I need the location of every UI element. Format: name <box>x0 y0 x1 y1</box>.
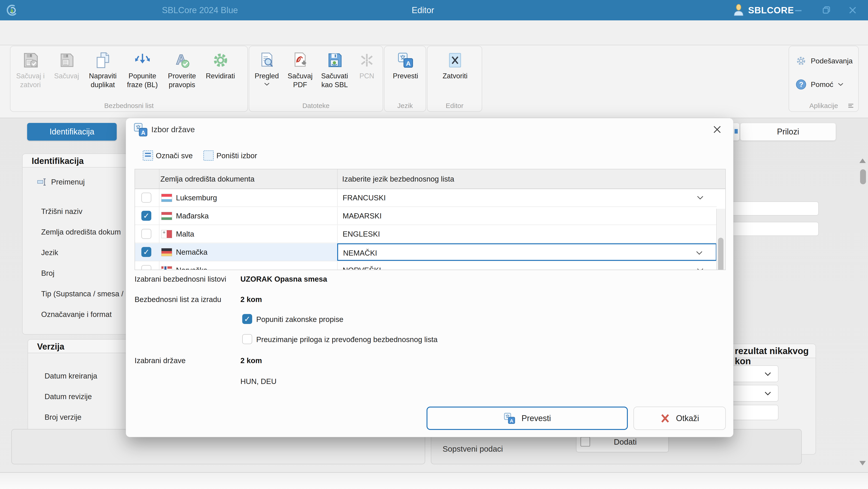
help-button[interactable]: ? Pomoć <box>796 79 844 90</box>
attachments-label: Preuzimanje priloga iz prevođenog bezbed… <box>256 335 438 344</box>
country-flag-icon <box>161 212 172 220</box>
dropdown-chevron-icon <box>264 82 270 86</box>
translate-confirm-button[interactable]: A Prevesti <box>427 407 628 430</box>
deselect-icon <box>203 150 214 161</box>
save-icon <box>59 49 75 71</box>
country-flag-icon <box>161 248 172 256</box>
pcn-asterisk-icon <box>359 49 375 71</box>
save-close-button[interactable]: Sačuvaj i zatvori <box>12 49 49 89</box>
table-scrollbar-thumb[interactable] <box>718 238 723 270</box>
fill-legal-checkbox[interactable] <box>242 314 252 324</box>
ribbon-group-datoteke: Pregled Sačuvaj PDF <box>249 46 383 112</box>
attachments-checkbox[interactable] <box>242 334 252 344</box>
language-select[interactable]: MAĐARSKI <box>337 207 717 225</box>
table-row-madarska[interactable]: Mađarska MAĐARSKI <box>135 207 717 225</box>
translate-icon: A <box>503 412 516 425</box>
group-label: Bezbednosni list <box>10 102 247 110</box>
group-expander-icon[interactable] <box>847 103 854 108</box>
preview-button[interactable]: Pregled <box>251 49 282 86</box>
save-close-icon <box>22 49 39 71</box>
column-language: Izaberite jezik bezbednosnog lista <box>342 175 454 183</box>
app-logo-icon <box>5 3 20 18</box>
country-name: Luksemburg <box>176 194 217 202</box>
panel-title: Identifikacija <box>32 156 84 166</box>
row-checkbox[interactable] <box>141 229 151 239</box>
duplicate-button[interactable]: Napraviti duplikat <box>84 49 121 89</box>
country-flag-icon <box>161 266 172 270</box>
sds-to-make-value: 2 kom <box>240 295 262 304</box>
close-button[interactable] <box>847 4 858 16</box>
dialog-title: Izbor države <box>151 125 195 134</box>
selected-sds-value: UZORAK Opasna smesa <box>240 275 327 283</box>
cancel-button[interactable]: Otkaži <box>633 407 726 430</box>
section-tab-identifikacija[interactable]: Identifikacija <box>27 123 117 141</box>
dialog-close-icon[interactable] <box>710 123 724 136</box>
country-flag-icon <box>161 194 172 202</box>
rename-button[interactable]: Preimenuj <box>37 177 85 188</box>
pcn-button[interactable]: PCN <box>353 49 380 80</box>
language-select[interactable]: ENGLESKI <box>337 225 717 243</box>
translate-button[interactable]: A Prevesti <box>388 49 423 80</box>
save-pdf-button[interactable]: Sačuvaj PDF <box>284 49 316 89</box>
user-badge[interactable]: SBLCORE <box>733 0 794 20</box>
field-label: Jezik <box>41 248 58 257</box>
add-checkbox-icon <box>581 437 590 447</box>
table-row-luksemburg[interactable]: Luksemburg FRANCUSKI <box>135 189 717 207</box>
country-name: Malta <box>176 230 194 238</box>
table-scrollbar[interactable] <box>716 209 725 270</box>
help-chevron-icon <box>837 82 844 86</box>
language-select[interactable]: NORVEŠKI <box>337 261 717 270</box>
chevron-down-icon <box>764 372 772 377</box>
rename-icon <box>37 177 48 188</box>
svg-text:A: A <box>141 130 145 136</box>
group-label: Editor <box>428 102 482 110</box>
field-label: Broj <box>41 269 55 278</box>
country-table: Zemlja odredišta dokumenta Izaberite jez… <box>134 169 726 270</box>
row-checkbox[interactable] <box>141 265 151 270</box>
fill-phrases-button[interactable]: Popunite fraze (BL) <box>124 49 161 89</box>
table-row-nemacka[interactable]: Nemačka NEMAČKI <box>135 243 717 261</box>
user-name: SBLCORE <box>748 5 794 16</box>
sds-to-make-label: Bezbednosni list za izradu <box>134 295 221 304</box>
table-row-norveska[interactable]: Norveška NORVEŠKI <box>135 261 717 270</box>
footer-strip <box>0 472 868 489</box>
window-title: Editor <box>389 0 457 20</box>
pdf-icon <box>292 49 308 71</box>
close-x-icon <box>447 49 463 71</box>
country-name: Norveška <box>176 266 207 270</box>
application-window: SBLCore 2024 Blue Editor SBLCORE <box>0 0 868 489</box>
column-country: Zemlja odredišta dokumenta <box>160 175 254 183</box>
settings-button[interactable]: Podešavanja <box>796 55 852 66</box>
fill-legal-label: Popuniti zakonske propise <box>256 315 343 324</box>
ribbon-group-jezik: A Prevesti Jezik <box>384 46 426 112</box>
minimize-button[interactable] <box>793 4 804 16</box>
ribbon: Sačuvaj i zatvori Sačuvaj <box>0 45 868 118</box>
scrollbar-thumb[interactable] <box>860 169 866 184</box>
row-checkbox[interactable] <box>141 193 151 203</box>
row-checkbox[interactable] <box>141 247 151 257</box>
row-checkbox[interactable] <box>141 211 151 221</box>
svg-text:A: A <box>406 60 411 67</box>
title-bar: SBLCore 2024 Blue Editor SBLCORE <box>0 0 868 20</box>
maximize-button[interactable] <box>821 4 832 16</box>
save-as-sbl-button[interactable]: Sačuvati kao SBL <box>317 49 352 89</box>
language-select[interactable]: FRANCUSKI <box>337 189 717 206</box>
close-editor-button[interactable]: Zatvoriti <box>436 49 474 80</box>
spellcheck-button[interactable]: A Proverite pravopis <box>163 49 200 89</box>
question-icon: ? <box>796 79 807 90</box>
select-all-icon <box>143 150 153 161</box>
scrollbar-up-arrow[interactable] <box>859 159 866 163</box>
revise-button[interactable]: Revidirati <box>203 49 238 80</box>
selected-countries-value: 2 kom <box>240 356 262 365</box>
user-icon <box>733 4 745 17</box>
field-label: Tržišni naziv <box>41 207 82 216</box>
field-label: Datum revizije <box>44 392 92 401</box>
table-row-malta[interactable]: Malta ENGLESKI <box>135 225 717 243</box>
ribbon-group-editor: Zatvoriti Editor <box>427 46 482 112</box>
svg-text:?: ? <box>799 81 803 88</box>
scrollbar-down-arrow[interactable] <box>859 461 866 465</box>
save-button[interactable]: Sačuvaj <box>51 49 82 80</box>
language-select-focused[interactable]: NEMAČKI <box>337 243 717 261</box>
section-tab-prilozi[interactable]: Prilozi <box>740 123 836 141</box>
preview-icon <box>259 49 275 71</box>
